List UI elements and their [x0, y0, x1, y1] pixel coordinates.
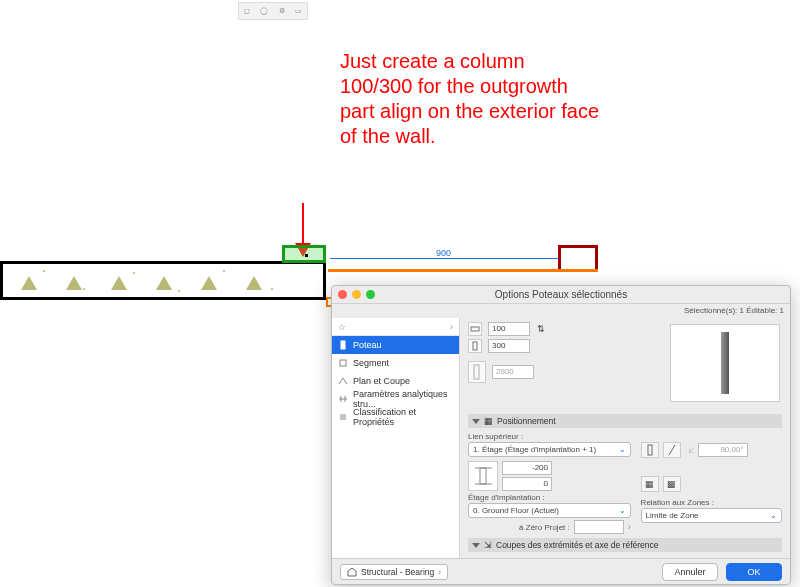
svg-rect-2 [471, 327, 479, 331]
svg-rect-4 [474, 365, 479, 379]
offset-top-input[interactable]: -200 [502, 461, 552, 475]
link-top-select[interactable]: 1. Étage (Étage d'implantation + 1) ⌄ [468, 442, 631, 457]
zero-value[interactable] [574, 520, 624, 534]
structural-label: Structural - Bearing [361, 567, 434, 577]
display-mode-a[interactable]: ▦ [641, 476, 659, 492]
star-icon: ☆ [338, 322, 346, 332]
depth-input[interactable]: 300 [488, 339, 530, 353]
zero-label: à Zéro Projet : [468, 523, 570, 532]
svg-rect-8 [648, 445, 652, 455]
width-input[interactable]: 100 [488, 322, 530, 336]
sidebar-item-label: Poteau [353, 340, 382, 350]
chevron-down-icon [472, 419, 480, 424]
slant-angled-button[interactable] [663, 442, 681, 458]
display-mode-b[interactable]: ▩ [663, 476, 681, 492]
height-input[interactable]: 2800 [492, 365, 534, 379]
slant-vertical-button[interactable] [641, 442, 659, 458]
structural-select[interactable]: Structural - Bearing › [340, 564, 448, 580]
tool-icon[interactable]: ▭ [295, 7, 302, 15]
select-value: 0. Ground Floor (Actuel) [473, 506, 559, 515]
segment-icon [338, 358, 348, 368]
plan-icon [338, 376, 348, 386]
sidebar-item-label: Plan et Coupe [353, 376, 410, 386]
section-positioning[interactable]: ▦ Positionnement [468, 414, 782, 428]
chevron-right-icon: › [450, 322, 453, 332]
column-elev-icon [468, 461, 498, 491]
zone-select[interactable]: Limite de Zone ⌄ [641, 508, 782, 523]
titlebar: Options Poteaux sélectionnés [332, 286, 790, 304]
sidebar-item-segment[interactable]: Segment [332, 354, 459, 372]
sidebar-item-analytical[interactable]: Paramètres analytiques stru... [332, 390, 459, 408]
sidebar-item-poteau[interactable]: Poteau [332, 336, 459, 354]
chevron-down-icon [472, 543, 480, 548]
section-title: Positionnement [497, 416, 556, 426]
width-icon [468, 322, 482, 336]
chevron-down-icon: ⌄ [619, 445, 626, 454]
dialog-footer: Structural - Bearing › Annuler OK [332, 558, 790, 584]
toolbar-fragment: ◻ ◯ ⚙ ▭ [238, 2, 308, 20]
story-select[interactable]: 0. Ground Floor (Actuel) ⌄ [468, 503, 631, 518]
annotation-leader [302, 203, 304, 243]
preview-3d [670, 324, 780, 402]
ok-button[interactable]: OK [726, 563, 782, 581]
settings-sidebar: ☆ › Poteau Segment Plan et Coupe P [332, 318, 460, 558]
list-icon [338, 412, 348, 422]
svg-rect-0 [341, 341, 345, 349]
link-icon[interactable]: ⇅ [536, 322, 546, 336]
story-label: Étage d'implantation : [468, 493, 631, 502]
section-icon: ⇲ [484, 540, 492, 550]
tool-icon[interactable]: ⚙ [279, 7, 285, 15]
tool-icon[interactable]: ◻ [244, 7, 250, 15]
sidebar-item-plan[interactable]: Plan et Coupe [332, 372, 459, 390]
chevron-right-icon: › [438, 567, 441, 577]
svg-rect-1 [340, 360, 346, 366]
section-title: Coupes des extrémités et axe de référenc… [496, 540, 659, 550]
dialog-title: Options Poteaux sélectionnés [332, 289, 790, 300]
chevron-down-icon: ⌄ [770, 511, 777, 520]
svg-rect-5 [480, 468, 486, 484]
depth-icon [468, 339, 482, 353]
tool-icon[interactable]: ◯ [260, 7, 268, 15]
select-value: 1. Étage (Étage d'implantation + 1) [473, 445, 596, 454]
dimension-value: 900 [436, 248, 451, 258]
column-icon [338, 340, 348, 350]
guide-line [326, 297, 328, 305]
svg-rect-3 [473, 342, 477, 350]
cancel-button[interactable]: Annuler [662, 563, 718, 581]
height-icon [468, 361, 486, 383]
settings-main: 100 ⇅ 300 2800 ▦ Positionnement [460, 318, 790, 558]
slant-angle: 90,00° [698, 443, 748, 457]
section-title: ▦ [484, 416, 493, 426]
link-top-label: Lien supérieur : [468, 432, 631, 441]
structural-icon [347, 567, 357, 577]
zone-label: Relation aux Zones : [641, 498, 782, 507]
sidebar-item-label: Classification et Propriétés [353, 407, 453, 427]
annotation-text: Just create a column 100/300 for the out… [340, 49, 600, 149]
column-options-dialog: Options Poteaux sélectionnés Sélectionné… [331, 285, 791, 585]
analytical-icon [338, 394, 348, 404]
selection-info: Sélectionné(s): 1 Éditable: 1 [684, 304, 784, 318]
sidebar-item-label: Segment [353, 358, 389, 368]
chevron-right-icon[interactable]: › [628, 522, 631, 532]
sidebar-item-label: Paramètres analytiques stru... [353, 389, 453, 409]
select-value: Limite de Zone [646, 511, 699, 520]
favorites-row[interactable]: ☆ › [332, 318, 459, 336]
section-ends[interactable]: ⇲ Coupes des extrémités et axe de référe… [468, 538, 782, 552]
column-red [558, 245, 598, 269]
chevron-down-icon: ⌄ [619, 506, 626, 515]
offset-bottom-input[interactable]: 0 [502, 477, 552, 491]
column-selection[interactable] [282, 245, 326, 263]
sidebar-item-classification[interactable]: Classification et Propriétés [332, 408, 459, 426]
guide-line [328, 269, 598, 272]
wall-plan [0, 261, 326, 300]
dimension-line [330, 258, 558, 259]
